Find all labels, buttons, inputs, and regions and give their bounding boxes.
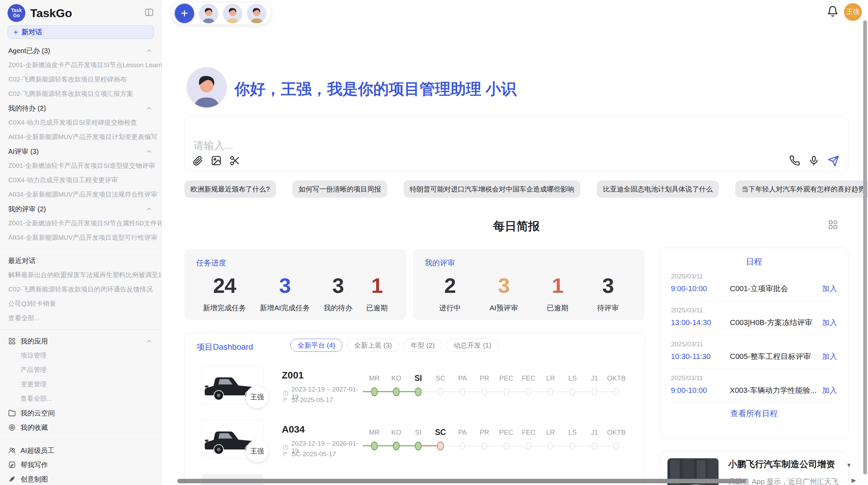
phone-icon[interactable] (789, 155, 801, 167)
sidebar-task-item[interactable]: Z001-全新燃油皮卡产品开发项目SI节点Lesson Learn报告 (0, 58, 161, 72)
task-progress-card: 任务进度 24 新增完成任务 3 新增AI完成任务 3 我的待办 1 已逾期 (184, 249, 406, 320)
milestone-dot-done (393, 387, 400, 396)
milestone-label-current: SI (414, 374, 422, 383)
filter-new-body[interactable]: 全新上装 (3) (347, 339, 399, 352)
section-my-todo[interactable]: 我的待办 (2) (0, 101, 161, 115)
user-avatar[interactable]: 王强 (844, 3, 862, 21)
section-agent-done[interactable]: Agent已办 (3) (0, 43, 161, 58)
suggestion-chip[interactable]: 特朗普可能对进口汽车增税会对中国车企造成哪些影响 (403, 181, 580, 198)
chevron-up-icon[interactable] (146, 148, 153, 156)
notifications-bell-icon[interactable] (827, 5, 839, 18)
sidebar-task-item[interactable]: A034-全新新能源MUV产品开发项目计划变更表编写 (0, 130, 161, 144)
view-all-schedule-link[interactable]: 查看所有日程 (671, 408, 837, 419)
new-chat-button[interactable]: + 新对话 (8, 25, 154, 39)
sidebar-item-creative-drawing[interactable]: 创意制图 (0, 472, 161, 485)
send-icon[interactable] (828, 155, 839, 167)
microphone-icon[interactable] (808, 155, 820, 167)
apps-view-all[interactable]: 查看全部... (0, 391, 161, 406)
scroll-down-arrow[interactable]: ▼ (846, 462, 852, 468)
schedule-item[interactable]: 2025/03/11 10:30-11:30 C005-整车工程目标评审 加入 (671, 335, 837, 369)
stat-value: 3 (490, 274, 518, 297)
milestone-label: PA (458, 428, 467, 437)
stat-value: 3 (324, 274, 352, 297)
suggestion-chip[interactable]: 比亚迪全固态电池计划具体说了什么 (597, 181, 719, 198)
project-owner-avatar: 王强 (246, 440, 268, 462)
section-ai-review[interactable]: AI评审 (3) (0, 144, 161, 159)
sidebar-item-ai-super-staff[interactable]: AI超级员工 (0, 443, 161, 458)
sidebar-task-item[interactable]: Z001-全新燃油轻卡产品开发项目SI造型提交物评审 (0, 159, 161, 173)
stat-new-done: 24 新增完成任务 (203, 274, 246, 313)
image-icon[interactable] (211, 155, 222, 167)
filter-new-platform[interactable]: 全新平台 (4) (290, 339, 342, 352)
briefing-layout-icon[interactable] (828, 220, 838, 230)
filter-model-year[interactable]: 年型 (2) (403, 339, 442, 352)
milestone-track-line (418, 391, 616, 392)
schedule-item[interactable]: 2025/03/11 13:00-14:30 C003|H0B-方案冻结评审 加… (671, 301, 837, 335)
assistant-avatar[interactable] (199, 4, 218, 23)
scissors-icon[interactable] (229, 155, 241, 167)
schedule-time: 9:00-10:00 (671, 284, 730, 293)
collapse-sidebar-icon[interactable] (144, 8, 154, 18)
section-my-review[interactable]: 我的评审 (2) (0, 202, 161, 216)
milestone-label: OKTB (607, 374, 626, 383)
sidebar-task-item[interactable]: C0X4-动力总成开发项目工程变更评审 (0, 173, 161, 187)
sidebar-task-item[interactable]: Z001-全新燃油轻卡产品开发项目SI节点属性5D文件评审 (0, 216, 161, 231)
join-button[interactable]: 加入 (822, 351, 837, 362)
chevron-up-icon[interactable] (146, 47, 153, 55)
sidebar-item-label: 创意制图 (21, 475, 48, 484)
sidebar-task-item[interactable]: C02-飞腾新能源轻客改款项目立项汇报方案 (0, 87, 161, 101)
chevron-up-icon[interactable] (146, 105, 153, 113)
sidebar-item-favorites[interactable]: 我的收藏 (0, 420, 161, 435)
sidebar-task-item[interactable]: C0X4-动力总成开发项目SI里程碑提交物检查 (0, 115, 161, 130)
stat-label: 我的待办 (324, 303, 352, 313)
chat-composer[interactable]: 请输入... (184, 116, 848, 172)
recent-chat-item[interactable]: C02-飞腾新能源轻客改款项目的闭环通告反馈情况 (0, 282, 161, 297)
stat-value: 2 (439, 274, 461, 297)
chevron-up-icon[interactable] (146, 338, 153, 346)
join-button[interactable]: 加入 (822, 385, 837, 396)
milestone-label: LR (546, 428, 555, 437)
vertical-scrollbar-thumb[interactable] (863, 21, 867, 474)
suggestion-chips: 欧洲新规最近颁布了什么? 如何写一份清晰的项目周报 特朗普可能对进口汽车增税会对… (184, 181, 850, 198)
stat-label: 进行中 (439, 303, 461, 313)
sidebar-item-help-me-write[interactable]: 帮我写作 (0, 458, 161, 472)
schedule-date: 2025/03/11 (671, 340, 837, 348)
recent-chats-view-all[interactable]: 查看全部... (0, 311, 161, 325)
suggestion-chip[interactable]: 如何写一份清晰的项目周报 (292, 181, 387, 198)
sidebar-task-item[interactable]: A034-全新新能源MUV产品开发项目法规符合性评审 (0, 187, 161, 202)
flag-icon (282, 451, 289, 457)
horizontal-scrollbar-thumb[interactable] (177, 479, 746, 483)
section-title: Agent已办 (3) (8, 46, 50, 55)
project-row[interactable]: 王强 A034 2023-12-19 ~ 2026-01-19 SC-2025-… (202, 420, 363, 464)
sidebar-task-item[interactable]: C02-飞腾新能源轻客改款项目里程碑画布 (0, 72, 161, 87)
project-row[interactable]: 王强 Z001 2023-12-19 ~ 2027-01-19 SI-2025-… (202, 366, 363, 410)
join-button[interactable]: 加入 (822, 284, 837, 294)
assistant-avatar[interactable] (247, 4, 266, 23)
sidebar-task-item[interactable]: A034-全新新能源MUV产品开发项目造型可行性评审 (0, 231, 161, 245)
scroll-right-arrow[interactable]: ▶ (852, 477, 856, 483)
assistant-avatar[interactable] (223, 4, 242, 23)
clock-icon (282, 444, 289, 450)
milestone-dot-overdue (437, 442, 444, 450)
section-title: AI评审 (3) (8, 147, 39, 156)
suggestion-chip[interactable]: 欧洲新规最近颁布了什么? (184, 181, 276, 198)
milestone-dot-done (393, 442, 400, 450)
app-link-product-mgmt[interactable]: 产品管理 (0, 363, 161, 377)
sidebar-item-my-apps[interactable]: 我的应用 (0, 334, 161, 348)
stat-overdue: 1 已逾期 (366, 274, 388, 313)
paperclip-icon[interactable] (192, 155, 204, 167)
milestone-dot-done (371, 387, 378, 396)
recent-chat-item[interactable]: 公司Q3轻卡销量 (0, 297, 161, 311)
add-assistant-button[interactable]: + (174, 3, 194, 23)
sidebar-item-cloud-space[interactable]: 我的云空间 (0, 406, 161, 420)
app-link-project-mgmt[interactable]: 项目管理 (0, 348, 161, 363)
chevron-up-icon[interactable] (146, 206, 153, 214)
suggestion-chip[interactable]: 当下年轻人对汽车外观有怎样的喜好趋势 (735, 181, 868, 198)
recent-chat-item[interactable]: 解释最新出台的欧盟报废车法规再生塑料比例被调至15%... (0, 268, 161, 282)
sidebar-item-label: 帮我写作 (21, 460, 48, 470)
join-button[interactable]: 加入 (822, 318, 837, 328)
filter-powertrain[interactable]: 动总开发 (1) (446, 339, 498, 352)
schedule-item[interactable]: 2025/03/11 9:00-10:00 X003-车辆动力学性能验... 加… (671, 369, 837, 403)
app-link-change-mgmt[interactable]: 变更管理 (0, 377, 161, 391)
schedule-item[interactable]: 2025/03/11 9:00-10:00 C001-立项审批会 加入 (671, 267, 837, 301)
